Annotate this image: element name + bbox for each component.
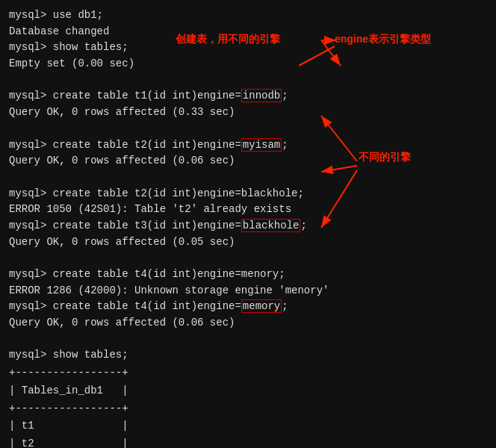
line-12: mysql> create table t2(id int)engine=bla… xyxy=(9,186,487,202)
table-row-t2: | t2 | xyxy=(9,436,487,448)
annotation-different-engine: 不同的引擎 xyxy=(359,151,411,164)
line-13: ERROR 1050 (42S01): Table 't2' already e… xyxy=(9,202,487,218)
line-6: mysql> create table t1(id int)engine=inn… xyxy=(9,88,487,105)
line-8 xyxy=(9,121,487,137)
line-14: mysql> create table t3(id int)engine=bla… xyxy=(9,218,487,234)
table-header: | Tables_in_db1 | xyxy=(9,383,487,399)
line-18: ERROR 1286 (42000): Unknown storage engi… xyxy=(9,283,487,299)
line-17: mysql> create table t4(id int)engine=men… xyxy=(9,267,487,283)
line-9: mysql> create table t2(id int)engine=myi… xyxy=(9,137,487,154)
line-22: mysql> show tables; xyxy=(9,347,487,364)
line-7: Query OK, 0 rows affected (0.33 sec) xyxy=(9,105,487,121)
line-20: Query OK, 0 rows affected (0.06 sec) xyxy=(9,315,487,332)
line-19: mysql> create table t4(id int)engine=mem… xyxy=(9,299,487,315)
terminal: mysql> use db1; Database changed mysql> … xyxy=(0,0,496,448)
engine-highlight-4: memory xyxy=(241,299,282,313)
line-10: Query OK, 0 rows affected (0.06 sec) xyxy=(9,153,487,169)
annotation-create-table: 创建表，用不同的引擎 xyxy=(176,33,280,46)
table-row-t1: | t1 | xyxy=(9,418,487,435)
line-1: mysql> use db1; xyxy=(9,7,487,24)
table-sep-2: +-----------------+ xyxy=(9,401,487,417)
line-16 xyxy=(9,250,487,267)
engine-highlight-2: myisam xyxy=(241,138,282,152)
annotation-engine-type: engine表示引擎类型 xyxy=(335,33,431,46)
line-4: Empty set (0.00 sec) xyxy=(9,56,487,72)
table-sep-1: +-----------------+ xyxy=(9,365,487,382)
engine-highlight-3: blackhole xyxy=(241,219,301,232)
line-11 xyxy=(9,169,487,186)
line-21 xyxy=(9,332,487,348)
line-15: Query OK, 0 rows affected (0.05 sec) xyxy=(9,234,487,251)
engine-highlight-1: innodb xyxy=(241,89,282,102)
line-5 xyxy=(9,72,487,89)
